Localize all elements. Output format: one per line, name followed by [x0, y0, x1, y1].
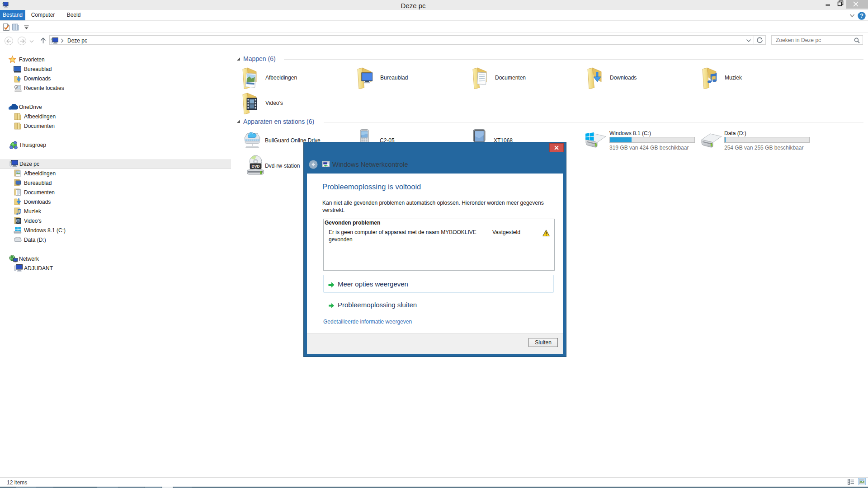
svg-text:DVD: DVD: [252, 164, 260, 169]
svg-text:?: ?: [860, 13, 863, 19]
